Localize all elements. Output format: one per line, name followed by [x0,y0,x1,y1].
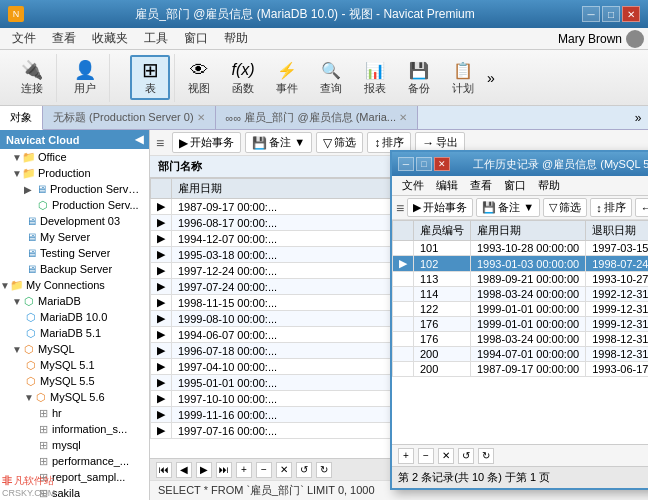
tab-untitled[interactable]: 无标题 (Production Server 0) ✕ [43,106,216,129]
menu-window[interactable]: 窗口 [176,28,216,49]
sidebar-item-mysql51[interactable]: ⬡ MySQL 5.1 [0,357,149,373]
table-row[interactable]: 113 1989-09-21 00:00:00 1993-10-27 00:00… [393,272,649,287]
maximize-button[interactable]: □ [602,6,620,22]
tab-untitled-close[interactable]: ✕ [197,112,205,123]
table-row[interactable]: 200 1994-07-01 00:00:00 1998-12-31 00:00… [393,347,649,362]
sub-col-emp[interactable]: 雇员编号 [414,221,471,241]
sidebar-item-perf[interactable]: ⊞ performance_... [0,453,149,469]
sidebar-item-dev03[interactable]: 🖥 Development 03 [0,213,149,229]
toolbar-table[interactable]: ⊞ 表 [130,55,170,100]
sub-filter-button[interactable]: ▽ 筛选 [543,198,587,217]
sub-menu-edit[interactable]: 编辑 [430,176,464,195]
prev-record-button[interactable]: ◀ [176,462,192,478]
row-indicator [393,241,414,256]
last-record-button[interactable]: ⏭ [216,462,232,478]
menu-tools[interactable]: 工具 [136,28,176,49]
delete-record-button[interactable]: − [256,462,272,478]
tab-objects[interactable]: 对象 [0,106,43,130]
sub-data-table[interactable]: 雇员编号 雇用日期 退职日期 工作编号 101 1993-10-28 00:00… [392,220,648,444]
sub-menu-view[interactable]: 查看 [464,176,498,195]
table-row[interactable]: 114 1998-03-24 00:00:00 1992-12-31 00:00… [393,287,649,302]
sub-maximize-button[interactable]: □ [416,157,432,171]
col-hire-date[interactable] [151,179,172,199]
first-record-button[interactable]: ⏮ [156,462,172,478]
sidebar-item-office[interactable]: ▼ 📁 Office [0,149,149,165]
sub-sort-button[interactable]: ↕ 排序 [590,198,632,217]
sidebar-item-infos[interactable]: ⊞ information_s... [0,421,149,437]
table-row[interactable]: 101 1993-10-28 00:00:00 1997-03-15 00:00… [393,241,649,256]
table-row[interactable]: ▶ 102 1993-01-03 00:00:00 1998-07-24 00:… [393,256,649,272]
sidebar-item-mariadb10[interactable]: ⬡ MariaDB 10.0 [0,309,149,325]
toolbar-func[interactable]: f(x) 函数 [223,56,263,99]
sub-menu-help[interactable]: 帮助 [532,176,566,195]
sidebar-item-production[interactable]: ▼ 📁 Production [0,165,149,181]
table-row[interactable]: 176 1998-03-24 00:00:00 1998-12-31 00:00… [393,332,649,347]
sidebar-item-office-label: Office [38,151,67,163]
sidebar-item-prod-server1[interactable]: ⬡ Production Serv... [0,197,149,213]
filter-button[interactable]: ▽ 筛选 [316,132,363,153]
sidebar-item-hr[interactable]: ⊞ hr [0,405,149,421]
table-row[interactable]: 122 1999-01-01 00:00:00 1999-12-31 00:00… [393,302,649,317]
main-area: Navicat Cloud ◀ ▼ 📁 Office ▼ 📁 Productio… [0,130,648,500]
menu-help[interactable]: 帮助 [216,28,256,49]
table-row[interactable]: 200 1987-09-17 00:00:00 1993-06-17 00:00… [393,362,649,377]
toolbar-connect[interactable]: 🔌 连接 [12,56,52,99]
tab-scroll[interactable]: » [628,106,648,129]
sub-close-button[interactable]: ✕ [434,157,450,171]
sidebar-item-myserver[interactable]: 🖥 My Server [0,229,149,245]
sub-start-button[interactable]: ▶ 开始事务 [407,198,473,217]
sidebar-item-mysql[interactable]: ▼ ⬡ MySQL [0,341,149,357]
sub-menu: 文件 编辑 查看 窗口 帮助 [392,176,648,196]
menu-view[interactable]: 查看 [44,28,84,49]
sub-note-button[interactable]: 💾 备注 ▼ [476,198,540,217]
sub-import-button[interactable]: ← 导入 [635,198,648,217]
minimize-button[interactable]: ─ [582,6,600,22]
tab-view-icon: ∞∞ [226,112,242,124]
sidebar-item-mariadb51[interactable]: ⬡ MariaDB 5.1 [0,325,149,341]
start-transaction-button[interactable]: ▶ 开始事务 [172,132,241,153]
sub-del-button[interactable]: − [418,448,434,464]
sidebar-item-mysql55[interactable]: ⬡ MySQL 5.5 [0,373,149,389]
sidebar-collapse[interactable]: ◀ [135,133,143,146]
refresh-button[interactable]: ↺ [296,462,312,478]
table-row[interactable]: 176 1999-01-01 00:00:00 1999-12-31 00:00… [393,317,649,332]
redo-button[interactable]: ↻ [316,462,332,478]
toolbar-view[interactable]: 👁 视图 [179,56,219,99]
toolbar-user[interactable]: 👤 用户 [65,56,105,99]
sidebar-item-mysql56[interactable]: ▼ ⬡ MySQL 5.6 [0,389,149,405]
sub-menu-window[interactable]: 窗口 [498,176,532,195]
toolbar-event[interactable]: ⚡ 事件 [267,56,307,99]
sidebar-item-mysql-db[interactable]: ⊞ mysql [0,437,149,453]
menu-favorites[interactable]: 收藏夹 [84,28,136,49]
sub-col-hire[interactable]: 雇用日期 [471,221,586,241]
sidebar-item-testing[interactable]: 🖥 Testing Server [0,245,149,261]
sub-refresh-btn[interactable]: ↺ [458,448,474,464]
sub-first-button[interactable]: + [398,448,414,464]
sub-discard-button[interactable]: ✕ [438,448,454,464]
sidebar-item-backup[interactable]: 🖥 Backup Server [0,261,149,277]
sub-menu-file[interactable]: 文件 [396,176,430,195]
close-button[interactable]: ✕ [622,6,640,22]
next-record-button[interactable]: ▶ [196,462,212,478]
tab-view[interactable]: ∞∞ 雇员_部门 @雇员信息 (Maria... ✕ [216,106,418,129]
sub-col-end[interactable]: 退职日期 [586,221,648,241]
toolbar-backup[interactable]: 💾 备份 [399,56,439,99]
sub-redo-btn[interactable]: ↻ [478,448,494,464]
toolbar-report[interactable]: 📊 报表 [355,56,395,99]
toolbar-more[interactable]: » [487,70,495,86]
tab-view-close[interactable]: ✕ [399,112,407,123]
sidebar-item-prod-servers[interactable]: ▶ 🖥 Production Servers [0,181,149,197]
discard-button[interactable]: ✕ [276,462,292,478]
sub-window: ─ □ ✕ 工作历史记录 @雇员信息 (MySQL 5.6) - 表 文件 编辑… [390,150,648,490]
backup-button[interactable]: 💾 备注 ▼ [245,132,312,153]
sub-minimize-button[interactable]: ─ [398,157,414,171]
toolbar-plan[interactable]: 📋 计划 [443,56,483,99]
sidebar-item-mariadb[interactable]: ▼ ⬡ MariaDB [0,293,149,309]
sidebar-item-myconnections[interactable]: ▼ 📁 My Connections [0,277,149,293]
add-record-button[interactable]: + [236,462,252,478]
sidebar-item-sakila-label: sakila [52,487,80,499]
menu-file[interactable]: 文件 [4,28,44,49]
sub-status-bar: 第 2 条记录(共 10 条) 于第 1 页 [392,466,648,488]
toolbar-query[interactable]: 🔍 查询 [311,56,351,99]
sub-filter-label: 筛选 [559,200,581,215]
